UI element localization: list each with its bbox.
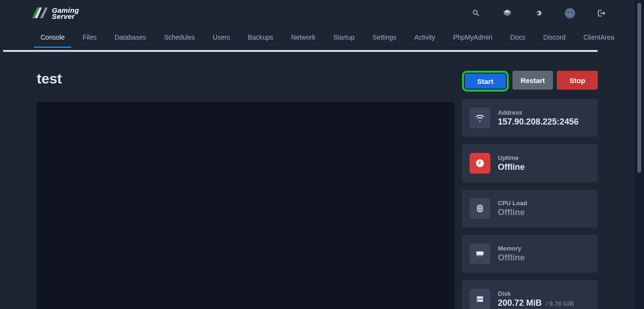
- stat-disk: Disk 200.72 MiB / 9.79 GiB: [462, 280, 598, 309]
- memory-value: Offline: [498, 253, 525, 263]
- nav-tabs: Console Files Databases Schedules Users …: [0, 26, 635, 48]
- stop-button[interactable]: Stop: [557, 71, 598, 90]
- tab-backups[interactable]: Backups: [248, 27, 273, 47]
- memory-label: Memory: [498, 245, 525, 252]
- logo-mark-icon: [31, 6, 49, 20]
- uptime-label: Uptime: [498, 154, 525, 161]
- disk-value-sub: / 9.79 GiB: [546, 300, 574, 307]
- address-label: Address: [498, 109, 578, 116]
- brand-logo[interactable]: Gaming Server: [31, 6, 79, 20]
- tab-phpmyadmin[interactable]: PhpMyAdmin: [453, 27, 492, 47]
- search-icon[interactable]: [471, 8, 481, 18]
- restart-button[interactable]: Restart: [512, 71, 553, 90]
- tab-docs[interactable]: Docs: [510, 27, 525, 47]
- disk-icon: [470, 289, 490, 309]
- disk-value: 200.72 MiB / 9.79 GiB: [498, 298, 574, 308]
- stat-address: Address 157.90.208.225:2456: [462, 99, 598, 137]
- logout-icon[interactable]: [597, 8, 606, 18]
- tab-users[interactable]: Users: [213, 27, 230, 47]
- stat-memory: Memory Offline: [462, 235, 598, 273]
- user-avatar[interactable]: [565, 8, 575, 18]
- start-button-highlight: Start: [462, 71, 509, 92]
- tab-startup[interactable]: Startup: [333, 27, 355, 47]
- console-terminal[interactable]: [37, 102, 454, 309]
- tab-activity[interactable]: Activity: [414, 27, 435, 47]
- gears-icon[interactable]: [534, 8, 543, 18]
- uptime-value: Offline: [498, 162, 525, 172]
- tab-clientarea[interactable]: ClientArea: [584, 27, 614, 47]
- disk-value-primary: 200.72 MiB: [498, 298, 542, 308]
- tab-network[interactable]: Network: [291, 27, 315, 47]
- chip-icon: [470, 198, 490, 219]
- cpu-value: Offline: [498, 208, 527, 217]
- cpu-label: CPU Load: [498, 200, 527, 207]
- page-scrollbar[interactable]: [635, 0, 644, 309]
- wifi-icon: [470, 108, 490, 128]
- tab-discord[interactable]: Discord: [543, 27, 565, 47]
- memory-icon: [470, 243, 490, 264]
- stat-uptime: Uptime Offline: [462, 144, 598, 182]
- tab-files[interactable]: Files: [83, 27, 97, 47]
- tab-settings[interactable]: Settings: [372, 27, 396, 47]
- power-actions: Start Restart Stop: [462, 71, 598, 92]
- horizontal-scrollbar[interactable]: [3, 50, 598, 52]
- tab-schedules[interactable]: Schedules: [164, 27, 195, 47]
- topbar-actions: [471, 8, 625, 18]
- clock-icon: [470, 153, 490, 174]
- stat-cpu: CPU Load Offline: [462, 190, 598, 227]
- address-value: 157.90.208.225:2456: [498, 117, 578, 127]
- layers-icon[interactable]: [503, 8, 512, 18]
- brand-name-line2: Server: [52, 13, 79, 20]
- start-button[interactable]: Start: [465, 74, 506, 89]
- disk-label: Disk: [498, 290, 574, 297]
- top-bar: Gaming Server: [0, 0, 635, 26]
- server-name-heading: test: [37, 71, 62, 87]
- tab-console[interactable]: Console: [41, 27, 65, 47]
- tab-databases[interactable]: Databases: [115, 27, 146, 47]
